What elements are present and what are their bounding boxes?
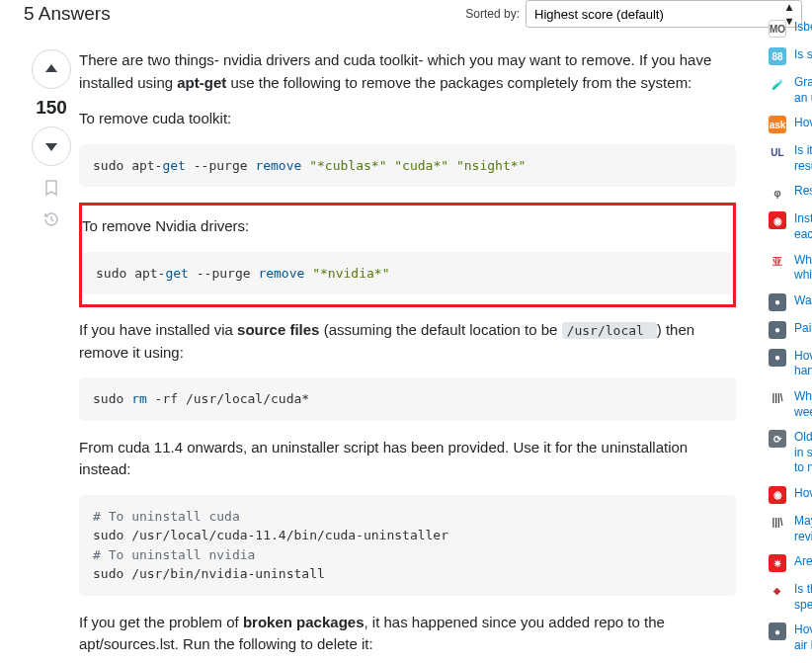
related-title: Is itresu [794, 143, 812, 174]
related-link[interactable]: ●Hovhan [769, 349, 812, 379]
related-title: Hovair b [794, 622, 812, 653]
related-title: Is thspe [794, 582, 812, 613]
related-title: Hov [794, 116, 812, 131]
answer-text-bold: broken packages [243, 614, 365, 630]
related-link[interactable]: |||\Whawee [769, 389, 812, 420]
related-link[interactable]: ✷Are [769, 554, 812, 572]
related-title: Rese [794, 184, 812, 200]
site-icon: 亚 [769, 253, 786, 271]
sort-select[interactable]: Highest score (default) [526, 0, 802, 28]
answer-text: use the following to remove the packages… [226, 74, 691, 91]
vote-count: 150 [36, 97, 67, 119]
site-icon: ◉ [769, 486, 786, 504]
downvote-button[interactable] [32, 126, 71, 166]
site-icon: ⟳ [769, 430, 786, 448]
code-block[interactable]: sudo apt-get --purge remove "*cublas*" "… [79, 144, 736, 188]
related-link[interactable]: ◉Hov [769, 486, 812, 504]
related-title: Whawhi [794, 253, 812, 284]
highlighted-section: To remove Nvidia drivers: sudo apt-get -… [79, 203, 736, 307]
related-title: Whawee [794, 389, 812, 420]
site-icon: ⯁ [769, 582, 786, 600]
site-icon: |||\ [769, 389, 786, 407]
answer-text: To remove Nvidia drivers: [82, 215, 733, 238]
related-title: Is sa [794, 47, 812, 63]
site-icon: |||\ [769, 514, 786, 532]
answer-body: There are two things- nvidia drivers and… [79, 49, 736, 663]
related-title: Are [794, 554, 812, 570]
related-link[interactable]: ●Was [769, 293, 812, 311]
related-link[interactable]: φRese [769, 184, 812, 202]
site-icon: ask [769, 116, 786, 133]
site-icon: 🧪 [769, 75, 786, 93]
answer-text: If you have installed via [79, 321, 237, 338]
answer-text: If you get the problem of [79, 614, 243, 630]
related-title: Pair [794, 321, 812, 337]
related-title: Was [794, 293, 812, 309]
site-icon: ✷ [769, 554, 786, 572]
related-link[interactable]: 亚Whawhi [769, 253, 812, 284]
related-link[interactable]: ●Hovair b [769, 622, 812, 653]
related-title: Hov [794, 486, 812, 502]
related-title: Oldin seto n [794, 430, 812, 476]
site-icon: ● [769, 622, 786, 640]
code-block[interactable]: # To uninstall cuda sudo /usr/local/cuda… [79, 495, 736, 596]
site-icon: MO [769, 20, 786, 38]
related-link[interactable]: ⟳Oldin seto n [769, 430, 812, 476]
related-title: Isbe [794, 20, 812, 36]
related-link[interactable]: askHov [769, 116, 812, 133]
code-block[interactable]: sudo rm -rf /usr/local/cuda* [79, 377, 736, 421]
site-icon: ● [769, 349, 786, 367]
related-link[interactable]: 🧪Graan u [769, 75, 812, 106]
answer-text: To remove cuda toolkit: [79, 108, 736, 130]
answer-text: From cuda 11.4 onwards, an uninstaller s… [79, 437, 736, 481]
bookmark-icon[interactable] [41, 178, 61, 198]
answer-text-bold: apt-get [177, 74, 226, 91]
code-block[interactable]: sudo apt-get --purge remove "*nvidia*" [82, 252, 733, 295]
site-icon: ◉ [769, 211, 786, 229]
related-link[interactable]: ULIs itresu [769, 143, 812, 174]
related-title: Graan u [794, 75, 812, 106]
related-link[interactable]: 88Is sa [769, 47, 812, 65]
site-icon: φ [769, 184, 786, 202]
site-icon: 88 [769, 47, 786, 65]
upvote-button[interactable] [32, 49, 71, 89]
inline-code: /usr/local [562, 322, 657, 339]
site-icon: ● [769, 321, 786, 339]
sort-label: Sorted by: [465, 7, 520, 21]
related-link[interactable]: MOIsbe [769, 20, 812, 38]
site-icon: UL [769, 143, 786, 161]
site-icon: ● [769, 293, 786, 311]
related-link[interactable]: |||\Mayrevi [769, 514, 812, 544]
history-icon[interactable] [41, 209, 61, 229]
related-title: Mayrevi [794, 514, 812, 544]
answers-heading: 5 Answers [24, 3, 111, 25]
related-title: Hovhan [794, 349, 812, 379]
related-title: Insteacl [794, 211, 812, 242]
related-link[interactable]: ⯁Is thspe [769, 582, 812, 613]
sort-control: Sorted by: Highest score (default) ▴▾ [465, 0, 802, 28]
answer-text: (assuming the default location to be [319, 321, 561, 338]
related-link[interactable]: ◉Insteacl [769, 211, 812, 242]
related-sidebar: MOIsbe88Is sa🧪Graan uaskHovULIs itresuφR… [769, 0, 812, 653]
answer-text-bold: source files [237, 321, 319, 338]
related-link[interactable]: ●Pair [769, 321, 812, 339]
